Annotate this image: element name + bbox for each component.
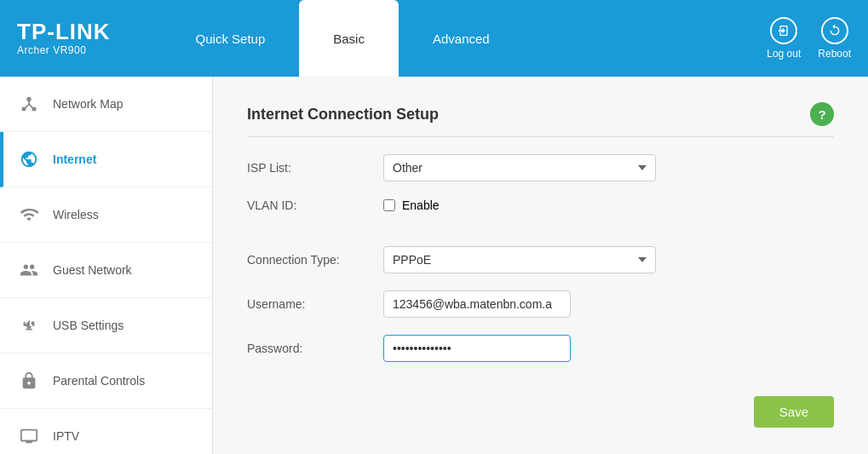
reboot-icon — [821, 17, 848, 44]
logout-button[interactable]: Log out — [767, 17, 801, 60]
vlan-control: Enable — [383, 198, 656, 212]
header-actions: Log out Reboot — [767, 17, 851, 60]
save-button[interactable]: Save — [754, 396, 834, 428]
logo-area: TP-LINK Archer VR900 — [17, 20, 111, 56]
main-layout: Network Map Internet Wireless — [0, 77, 868, 454]
iptv-icon — [17, 424, 41, 448]
sidebar-label-iptv: IPTV — [53, 429, 79, 443]
isp-select[interactable]: Other Custom — [383, 154, 656, 181]
sidebar: Network Map Internet Wireless — [0, 77, 213, 454]
internet-icon — [17, 147, 41, 171]
wireless-icon — [17, 203, 41, 227]
password-control — [383, 335, 656, 362]
vlan-checkbox-row: Enable — [383, 198, 656, 212]
page-title: Internet Connection Setup — [247, 106, 439, 124]
network-map-icon — [17, 92, 41, 116]
sidebar-item-usb-settings[interactable]: USB Settings — [0, 298, 212, 353]
password-row: Password: — [247, 335, 834, 362]
model-name: Archer VR900 — [17, 44, 111, 56]
password-label: Password: — [247, 342, 383, 355]
guest-network-icon — [17, 258, 41, 282]
username-input[interactable] — [383, 290, 571, 318]
username-row: Username: — [247, 290, 834, 318]
sidebar-item-wireless[interactable]: Wireless — [0, 187, 212, 243]
sidebar-label-guest-network: Guest Network — [53, 263, 132, 277]
isp-row: ISP List: Other Custom — [247, 154, 834, 181]
sidebar-label-usb-settings: USB Settings — [53, 319, 124, 332]
parental-controls-icon — [17, 369, 41, 393]
sidebar-label-wireless: Wireless — [53, 208, 99, 221]
sidebar-label-internet: Internet — [53, 152, 96, 166]
help-button[interactable]: ? — [810, 102, 834, 126]
nav-tabs: Quick Setup Basic Advanced — [162, 0, 767, 77]
brand-name: TP-LINK — [17, 20, 111, 43]
vlan-enable-label: Enable — [402, 198, 440, 212]
vlan-label: VLAN ID: — [247, 198, 383, 212]
connection-type-select[interactable]: PPPoE Dynamic IP Static IP L2TP PPTP — [383, 246, 656, 273]
sidebar-item-parental-controls[interactable]: Parental Controls — [0, 353, 212, 409]
sidebar-item-network-map[interactable]: Network Map — [0, 77, 212, 132]
connection-type-row: Connection Type: PPPoE Dynamic IP Static… — [247, 246, 834, 273]
isp-control: Other Custom — [383, 154, 656, 181]
connection-type-label: Connection Type: — [247, 253, 383, 267]
vlan-row: VLAN ID: Enable — [247, 198, 834, 212]
sidebar-item-iptv[interactable]: IPTV — [0, 409, 212, 454]
isp-label: ISP List: — [247, 161, 383, 175]
reboot-button[interactable]: Reboot — [818, 17, 851, 60]
header: TP-LINK Archer VR900 Quick Setup Basic A… — [0, 0, 868, 77]
sidebar-label-parental-controls: Parental Controls — [53, 374, 145, 388]
spacer — [247, 229, 834, 246]
usb-settings-icon — [17, 313, 41, 337]
reboot-label: Reboot — [818, 48, 851, 60]
tab-quick-setup[interactable]: Quick Setup — [162, 0, 300, 77]
password-input[interactable] — [383, 335, 571, 362]
vlan-checkbox[interactable] — [383, 199, 395, 211]
sidebar-label-network-map: Network Map — [53, 97, 123, 111]
sidebar-item-internet[interactable]: Internet — [0, 132, 212, 187]
connection-type-control: PPPoE Dynamic IP Static IP L2TP PPTP — [383, 246, 656, 273]
content-title: Internet Connection Setup ? — [247, 102, 834, 137]
tab-basic[interactable]: Basic — [299, 0, 399, 77]
logout-label: Log out — [767, 48, 801, 60]
sidebar-item-guest-network[interactable]: Guest Network — [0, 243, 212, 298]
logout-icon — [770, 17, 797, 44]
content-area: Internet Connection Setup ? ISP List: Ot… — [213, 77, 868, 454]
username-label: Username: — [247, 297, 383, 311]
username-control — [383, 290, 656, 318]
tab-advanced[interactable]: Advanced — [399, 0, 524, 77]
